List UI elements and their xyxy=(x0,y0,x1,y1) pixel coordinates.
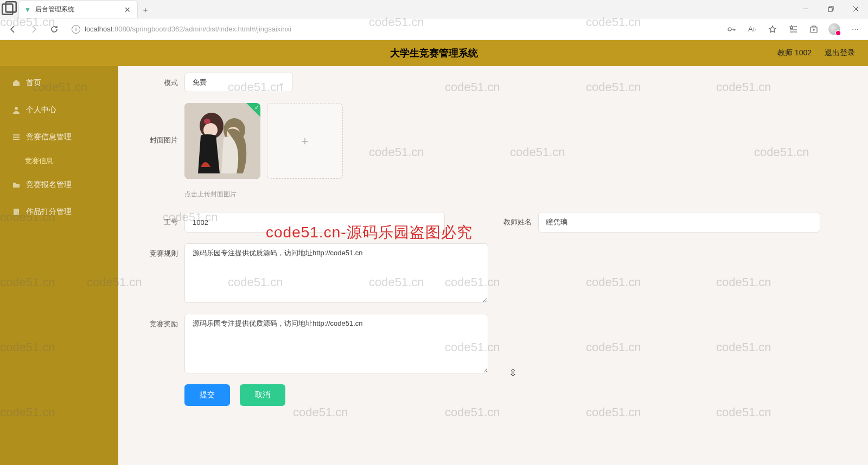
app-header: 大学生竞赛管理系统 教师 1002 退出登录 xyxy=(0,40,868,66)
collections-icon[interactable] xyxy=(805,21,822,38)
worknum-label: 工号 xyxy=(140,217,178,227)
svg-rect-16 xyxy=(13,139,20,140)
sidebar-label: 个人中心 xyxy=(26,105,56,115)
mode-label: 模式 xyxy=(140,73,178,88)
credentials-icon[interactable] xyxy=(723,21,740,38)
sidebar-comp-info[interactable]: 竞赛信息管理 xyxy=(0,124,118,151)
rules-row: 竞赛规则 xyxy=(140,243,835,303)
cover-label: 封面图片 xyxy=(140,103,178,145)
svg-rect-14 xyxy=(13,134,20,135)
browser-address-bar: i localhost:8080/springbootrd362/admin/d… xyxy=(0,18,868,40)
chevron-down-icon: ⌄ xyxy=(279,79,285,87)
svg-rect-0 xyxy=(2,4,12,15)
sidebar-personal[interactable]: 个人中心 xyxy=(0,96,118,124)
minimize-button[interactable] xyxy=(793,0,818,18)
button-row: 提交 取消 xyxy=(140,384,835,406)
mode-select[interactable]: 免费 ⌄ xyxy=(184,73,293,92)
mode-value: 免费 xyxy=(193,78,207,87)
upload-hint: 点击上传封面图片 xyxy=(140,190,835,199)
sidebar-scoring[interactable]: 作品打分管理 xyxy=(0,198,118,225)
sidebar: 首页 个人中心 竞赛信息管理 竞赛信息 竞赛报名管理 作品打分管理 xyxy=(0,66,118,465)
sidebar-label: 作品打分管理 xyxy=(26,207,72,217)
forward-button xyxy=(25,21,42,38)
resize-cursor-icon: ⇳ xyxy=(509,367,517,379)
teacher-label: 教师姓名 xyxy=(488,217,532,227)
svg-rect-17 xyxy=(14,209,19,215)
teacher-input[interactable] xyxy=(538,212,820,232)
mode-row: 模式 免费 ⌄ xyxy=(140,73,835,92)
check-icon xyxy=(246,103,260,117)
tab-title: 后台管理系统 xyxy=(35,5,74,14)
logout-link[interactable]: 退出登录 xyxy=(825,48,855,58)
worknum-input[interactable] xyxy=(184,212,445,232)
url-text: localhost:8080/springbootrd362/admin/dis… xyxy=(85,25,291,33)
sidebar-sub-label: 竞赛信息 xyxy=(25,156,53,166)
more-menu-icon[interactable]: ⋯ xyxy=(846,21,864,38)
back-button[interactable] xyxy=(4,21,22,38)
rules-label: 竞赛规则 xyxy=(140,243,178,259)
read-aloud-icon[interactable]: A)) xyxy=(743,21,761,38)
user-icon xyxy=(12,106,21,114)
cover-thumbnail[interactable] xyxy=(184,103,260,179)
maximize-button[interactable] xyxy=(818,0,843,18)
cover-row: 封面图片 xyxy=(140,103,835,179)
vue-icon: ▼ xyxy=(24,6,31,14)
home-icon xyxy=(12,79,21,87)
main-content: 模式 免费 ⌄ 封面图片 xyxy=(118,66,868,465)
favorite-icon[interactable] xyxy=(764,21,781,38)
svg-point-23 xyxy=(204,119,210,124)
sidebar-label: 首页 xyxy=(26,78,41,88)
cancel-button[interactable]: 取消 xyxy=(240,384,285,406)
sidebar-comp-info-sub[interactable]: 竞赛信息 xyxy=(0,151,118,171)
worknum-row: 工号 教师姓名 xyxy=(140,212,835,232)
sidebar-label: 竞赛报名管理 xyxy=(26,180,72,190)
new-tab-button[interactable]: ＋ xyxy=(141,6,150,15)
site-info-icon[interactable]: i xyxy=(72,25,80,34)
sidebar-home[interactable]: 首页 xyxy=(0,69,118,96)
svg-point-6 xyxy=(728,28,731,31)
svg-rect-3 xyxy=(828,8,832,11)
sidebar-enroll[interactable]: 竞赛报名管理 xyxy=(0,171,118,198)
rules-textarea[interactable] xyxy=(184,243,488,303)
close-window-button[interactable] xyxy=(843,0,868,18)
tab-actions-icon[interactable] xyxy=(0,0,18,18)
current-user[interactable]: 教师 1002 xyxy=(777,48,812,58)
browser-titlebar: ▼ 后台管理系统 ✕ ＋ xyxy=(0,0,868,18)
submit-button[interactable]: 提交 xyxy=(184,384,230,406)
upload-add-button[interactable]: ＋ xyxy=(267,103,343,179)
list-icon xyxy=(12,133,21,141)
favorites-list-icon[interactable] xyxy=(784,21,802,38)
window-controls xyxy=(793,0,868,18)
reward-row: 竞赛奖励 xyxy=(140,314,835,373)
refresh-button[interactable] xyxy=(46,21,63,38)
folder-icon xyxy=(12,180,21,189)
reward-textarea[interactable] xyxy=(184,314,488,373)
url-input[interactable]: i localhost:8080/springbootrd362/admin/d… xyxy=(66,21,719,37)
profile-icon[interactable] xyxy=(826,21,843,38)
browser-tab[interactable]: ▼ 后台管理系统 ✕ xyxy=(18,1,138,18)
plus-icon: ＋ xyxy=(299,133,311,149)
svg-point-13 xyxy=(15,107,18,110)
app-title: 大学生竞赛管理系统 xyxy=(390,47,478,60)
close-tab-icon[interactable]: ✕ xyxy=(123,5,132,14)
sidebar-label: 竞赛信息管理 xyxy=(26,132,72,142)
svg-rect-15 xyxy=(13,137,20,138)
svg-rect-1 xyxy=(6,2,16,12)
score-icon xyxy=(12,208,21,216)
reward-label: 竞赛奖励 xyxy=(140,314,178,329)
